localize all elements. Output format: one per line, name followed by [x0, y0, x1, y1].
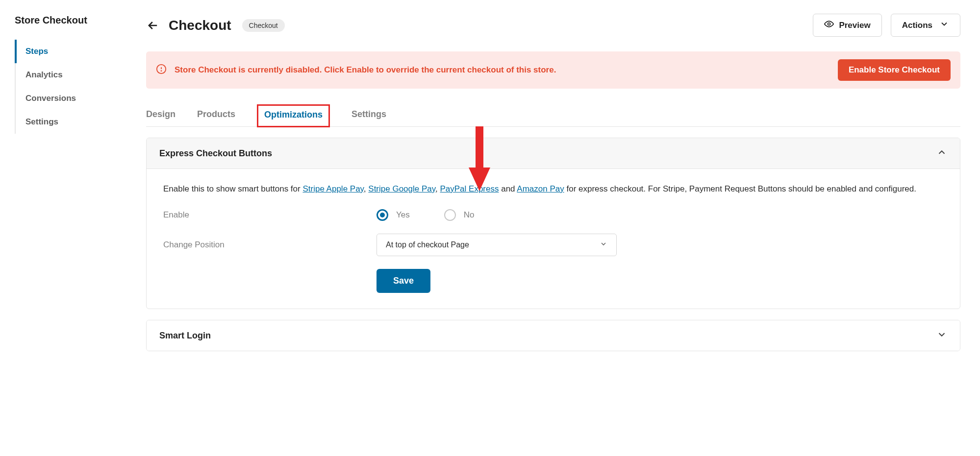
tab-optimizations[interactable]: Optimizations: [257, 104, 330, 127]
smart-login-panel-title: Smart Login: [159, 331, 211, 341]
preview-button-label: Preview: [839, 21, 870, 30]
radio-no-label: No: [464, 210, 475, 220]
sidebar: Store Checkout Steps Analytics Conversio…: [0, 0, 126, 456]
chevron-down-icon: [936, 329, 947, 342]
actions-button[interactable]: Actions: [891, 14, 960, 37]
alert-text: Store Checkout is currently disabled. Cl…: [175, 65, 830, 75]
tabs: Design Products Optimizations Settings: [146, 104, 960, 127]
sidebar-item-conversions[interactable]: Conversions: [15, 87, 126, 110]
save-row: Save: [377, 269, 943, 293]
desc-text-end: for express checkout. For Stripe, Paymen…: [564, 184, 916, 193]
sidebar-nav: Steps Analytics Conversions Settings: [15, 40, 126, 134]
link-stripe-google-pay[interactable]: Stripe Google Pay: [368, 184, 435, 193]
radio-yes-label: Yes: [396, 210, 410, 220]
express-checkout-panel-title: Express Checkout Buttons: [159, 148, 272, 159]
link-amazon-pay[interactable]: Amazon Pay: [517, 184, 564, 193]
position-label: Change Position: [163, 240, 377, 250]
link-stripe-apple-pay[interactable]: Stripe Apple Pay: [302, 184, 363, 193]
enable-label: Enable: [163, 210, 377, 220]
page-header: Checkout Checkout Preview Actions: [146, 14, 960, 37]
save-button[interactable]: Save: [377, 269, 430, 293]
back-arrow-icon[interactable]: [146, 19, 160, 32]
chevron-up-icon: [936, 147, 947, 160]
radio-icon: [444, 209, 456, 221]
position-row: Change Position At top of checkout Page: [163, 234, 943, 256]
actions-button-label: Actions: [902, 21, 932, 30]
preview-button[interactable]: Preview: [813, 14, 881, 37]
eye-icon: [824, 19, 834, 31]
link-paypal-express[interactable]: PayPal Express: [440, 184, 499, 193]
smart-login-panel: Smart Login: [146, 320, 960, 351]
position-select-value: At top of checkout Page: [386, 240, 469, 249]
disabled-alert: Store Checkout is currently disabled. Cl…: [146, 51, 960, 89]
tab-products[interactable]: Products: [197, 104, 235, 126]
sidebar-item-steps[interactable]: Steps: [15, 40, 126, 63]
enable-store-checkout-button[interactable]: Enable Store Checkout: [838, 59, 951, 81]
sidebar-item-settings[interactable]: Settings: [15, 110, 126, 134]
express-checkout-panel-header[interactable]: Express Checkout Buttons: [147, 138, 960, 169]
express-checkout-panel: Express Checkout Buttons Enable this to …: [146, 138, 960, 309]
enable-radio-yes[interactable]: Yes: [377, 209, 410, 221]
enable-radio-no[interactable]: No: [444, 209, 475, 221]
sidebar-item-analytics[interactable]: Analytics: [15, 63, 126, 87]
chevron-down-icon: [939, 19, 949, 31]
express-description: Enable this to show smart buttons for St…: [163, 183, 943, 195]
svg-point-0: [828, 23, 830, 25]
position-select[interactable]: At top of checkout Page: [377, 234, 617, 256]
smart-login-panel-header[interactable]: Smart Login: [147, 320, 960, 351]
enable-row: Enable Yes No: [163, 209, 943, 221]
svg-point-3: [161, 71, 162, 71]
sidebar-title: Store Checkout: [15, 15, 126, 26]
tab-design[interactable]: Design: [146, 104, 176, 126]
info-icon: [156, 64, 167, 76]
express-checkout-panel-body: Enable this to show smart buttons for St…: [147, 169, 960, 309]
main-content: Checkout Checkout Preview Actions Store …: [126, 0, 980, 456]
tab-settings[interactable]: Settings: [352, 104, 386, 126]
page-type-badge: Checkout: [242, 19, 285, 32]
chevron-down-icon: [600, 240, 607, 250]
desc-text: Enable this to show smart buttons for: [163, 184, 302, 193]
radio-icon: [377, 209, 388, 221]
page-title: Checkout: [169, 18, 231, 33]
